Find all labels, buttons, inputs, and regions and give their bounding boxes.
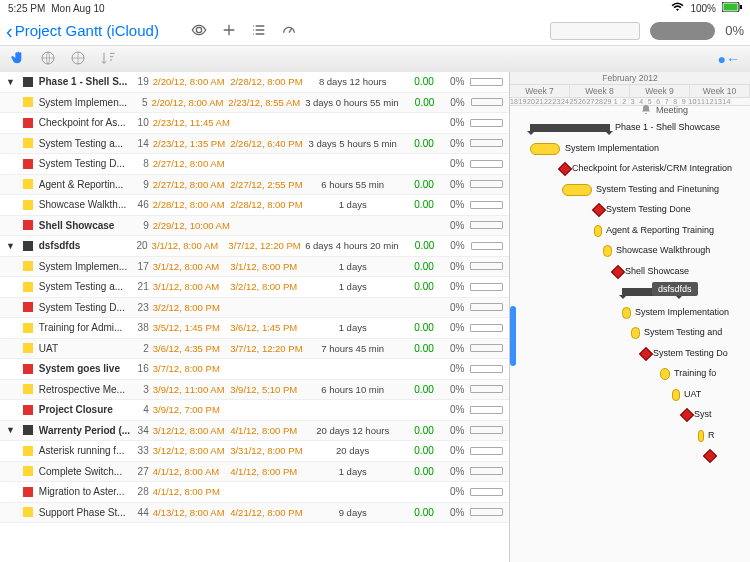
task-index: 27 [133,466,153,477]
task-name: System Implemen... [39,97,132,108]
hand-icon[interactable] [10,50,26,68]
task-row[interactable]: Shell Showcase92/29/12, 10:00 AM0% [0,216,509,237]
gantt-bar[interactable] [603,245,612,257]
start-date: 3/2/12, 8:00 PM [153,302,230,313]
cost: 0.00 [398,281,434,292]
globe2-icon[interactable] [70,50,86,68]
progress-bar [470,324,503,332]
eye-icon[interactable] [191,22,207,40]
task-row[interactable]: System Testing a...142/23/12, 1:35 PM2/2… [0,134,509,155]
color-swatch [23,97,33,107]
start-date: 2/27/12, 8:00 AM [153,179,230,190]
sort-icon[interactable] [100,50,116,68]
gantt-bar[interactable] [698,430,704,442]
task-index: 34 [133,425,153,436]
gantt-milestone[interactable] [611,264,625,278]
task-row[interactable]: System Testing a...213/1/12, 8:00 AM3/2/… [0,277,509,298]
progress-bar [470,262,503,270]
search-input[interactable] [550,22,640,40]
battery-percent: 100% [690,3,716,14]
task-row[interactable]: Agent & Reportin...92/27/12, 8:00 AM2/27… [0,175,509,196]
task-row[interactable]: ▼Phase 1 - Shell S...192/20/12, 8:00 AM2… [0,72,509,93]
task-row[interactable]: System Testing D...82/27/12, 8:00 AM0% [0,154,509,175]
gantt-bar[interactable] [594,225,602,237]
battery-icon [722,2,742,14]
color-swatch [23,323,33,333]
progress-bar [470,78,503,86]
day-cell: 21 [536,98,545,105]
expand-toggle[interactable]: ▼ [6,77,17,87]
timeline-header: February 2012 Week 7Week 8Week 9Week 10 … [510,72,750,106]
task-name: Showcase Walkth... [39,199,133,210]
task-name: Support Phase St... [39,507,133,518]
gantt-bar[interactable] [530,143,560,155]
gantt-bar[interactable] [622,307,631,319]
percent: 0% [434,486,465,497]
task-row[interactable]: Asterisk running f...333/12/12, 8:00 AM3… [0,441,509,462]
task-name: Complete Switch... [39,466,133,477]
task-row[interactable]: UAT23/6/12, 4:35 PM3/7/12, 12:20 PM7 hou… [0,339,509,360]
duration: 1 days [308,466,398,477]
percent: 0% [434,97,464,108]
gantt-milestone[interactable] [703,449,717,463]
start-date: 3/9/12, 11:00 AM [153,384,230,395]
list-icon[interactable] [251,22,267,40]
day-cell: 3 [629,98,638,105]
gantt-milestone[interactable] [592,203,606,217]
task-row[interactable]: ▼Warrenty Period (...343/12/12, 8:00 AM4… [0,421,509,442]
gantt-pane[interactable]: February 2012 Week 7Week 8Week 9Week 10 … [510,72,750,562]
start-date: 4/13/12, 8:00 AM [153,507,230,518]
duration: 1 days [308,199,398,210]
progress-bar [470,426,503,434]
task-row[interactable]: Support Phase St...444/13/12, 8:00 AM4/2… [0,503,509,524]
scroll-indicator[interactable] [510,306,516,366]
duration: 6 hours 55 min [308,179,398,190]
gantt-milestone[interactable] [680,408,694,422]
task-row[interactable]: Project Closure43/9/12, 7:00 PM0% [0,400,509,421]
percent: 0% [434,363,465,374]
back-button[interactable]: ‹ Project Gantt (iCloud) [6,21,159,41]
gauge-icon[interactable] [281,22,297,40]
progress-bar [470,201,503,209]
gantt-bar[interactable] [562,184,592,196]
task-index: 44 [133,507,153,518]
end-date: 2/23/12, 8:55 AM [228,97,305,108]
task-index: 38 [133,322,153,333]
progress-pill[interactable] [650,22,715,40]
globe1-icon[interactable] [40,50,56,68]
color-swatch [23,302,33,312]
task-name: Project Closure [39,404,133,415]
progress-bar [470,385,503,393]
gantt-bar[interactable] [660,368,670,380]
week-cell: Week 8 [570,85,630,97]
gantt-summary-bar[interactable] [530,124,610,132]
duration: 1 days [308,261,398,272]
week-cell: Week 9 [630,85,690,97]
task-row[interactable]: Migration to Aster...284/1/12, 8:00 PM0% [0,482,509,503]
task-row[interactable]: Training for Admi...383/5/12, 1:45 PM3/6… [0,318,509,339]
task-row[interactable]: System Testing D...233/2/12, 8:00 PM0% [0,298,509,319]
status-time: 5:25 PM [8,3,45,14]
task-row[interactable]: Showcase Walkth...462/28/12, 8:00 AM2/28… [0,195,509,216]
expand-toggle[interactable]: ▼ [6,425,17,435]
gantt-bar[interactable] [631,327,640,339]
gantt-milestone[interactable] [639,346,653,360]
collapse-icon[interactable]: ●← [718,51,740,67]
plus-icon[interactable] [221,22,237,40]
cost: 0.00 [398,466,434,477]
task-index: 4 [133,404,153,415]
expand-toggle[interactable]: ▼ [6,241,17,251]
gantt-bar[interactable] [672,389,680,401]
task-row[interactable]: Retrospective Me...33/9/12, 11:00 AM3/9/… [0,380,509,401]
task-row[interactable]: System goes live163/7/12, 8:00 PM0% [0,359,509,380]
task-row[interactable]: Complete Switch...274/1/12, 8:00 AM4/1/1… [0,462,509,483]
start-date: 3/5/12, 1:45 PM [153,322,230,333]
task-row[interactable]: ▼dsfsdfds203/1/12, 8:00 AM3/7/12, 12:20 … [0,236,509,257]
task-row[interactable]: Checkpoint for As...102/23/12, 11:45 AM0… [0,113,509,134]
end-date: 3/6/12, 1:45 PM [230,322,307,333]
task-row[interactable]: System Implemen...173/1/12, 8:00 AM3/1/1… [0,257,509,278]
task-index: 19 [133,76,153,87]
task-row[interactable]: System Implemen...52/20/12, 8:00 AM2/23/… [0,93,509,114]
gantt-milestone[interactable] [558,162,572,176]
day-cell: 13 [714,98,723,105]
